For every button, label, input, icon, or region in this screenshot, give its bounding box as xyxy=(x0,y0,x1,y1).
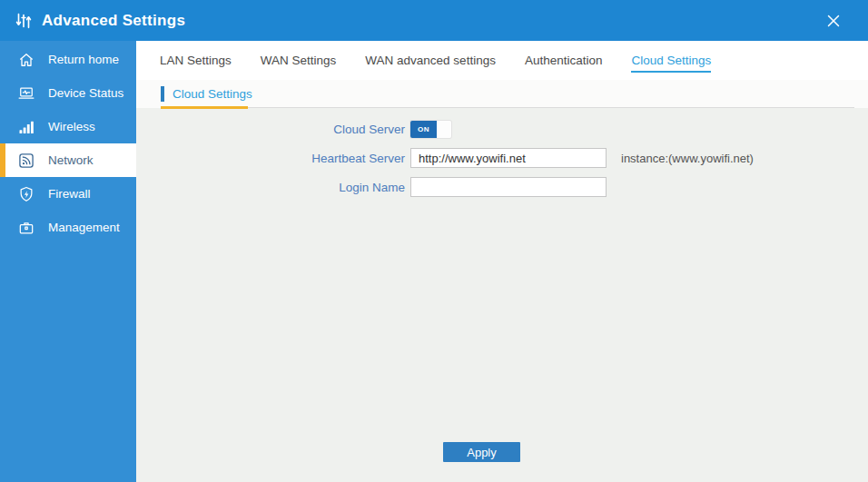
home-icon xyxy=(16,50,36,70)
cloud-server-row: Cloud Server ON xyxy=(136,119,868,139)
heartbeat-server-label: Heartbeat Server xyxy=(136,152,410,165)
section-divider xyxy=(161,107,854,108)
login-name-label: Login Name xyxy=(136,181,410,194)
cloud-server-toggle[interactable]: ON xyxy=(410,121,451,138)
sidebar-item-label: Return home xyxy=(48,53,119,66)
sidebar-item-device-status[interactable]: Device Status xyxy=(0,76,136,110)
sidebar-item-wireless[interactable]: Wireless xyxy=(0,110,136,143)
tab-authentication[interactable]: Authentication xyxy=(525,42,603,79)
window-header: Advanced Settings xyxy=(0,0,868,41)
sidebar-item-management[interactable]: Management xyxy=(0,211,136,244)
sliders-icon xyxy=(13,10,35,32)
advanced-settings-window: Advanced Settings Return home xyxy=(0,0,868,482)
tab-wan-settings[interactable]: WAN Settings xyxy=(261,42,337,79)
heartbeat-server-input[interactable] xyxy=(410,148,607,168)
network-icon xyxy=(16,151,36,171)
tab-lan-settings[interactable]: LAN Settings xyxy=(160,42,232,79)
tab-label: WAN advanced settings xyxy=(365,54,496,67)
firewall-shield-icon xyxy=(16,184,36,204)
cloud-settings-panel: Cloud Settings Cloud Server ON Heartbeat… xyxy=(136,80,868,482)
close-icon[interactable] xyxy=(821,8,846,34)
section-title: Cloud Settings xyxy=(173,87,252,101)
sidebar-item-firewall[interactable]: Firewall xyxy=(0,177,136,211)
tab-cloud-settings[interactable]: Cloud Settings xyxy=(631,42,711,79)
toggle-on-label: ON xyxy=(410,121,437,138)
wireless-signal-icon xyxy=(16,117,36,137)
active-tab-underline xyxy=(631,71,711,73)
section-accent-bar xyxy=(161,86,164,102)
login-name-row: Login Name xyxy=(136,177,868,197)
sidebar-item-label: Management xyxy=(48,221,120,234)
tab-label: WAN Settings xyxy=(261,54,337,67)
tab-label: LAN Settings xyxy=(160,54,232,67)
tab-label: Authentication xyxy=(525,54,603,67)
window-title: Advanced Settings xyxy=(42,12,185,30)
sidebar-nav: Return home Device Status xyxy=(0,41,136,482)
tab-label: Cloud Settings xyxy=(631,54,711,67)
toggle-knob xyxy=(437,121,451,138)
section-title-underline xyxy=(161,106,248,109)
sidebar-item-label: Wireless xyxy=(48,120,95,133)
tab-wan-advanced-settings[interactable]: WAN advanced settings xyxy=(365,42,496,79)
sidebar-item-network[interactable]: Network xyxy=(0,143,136,177)
cloud-settings-form: Cloud Server ON Heartbeat Server instanc… xyxy=(136,108,868,197)
sidebar-item-return-home[interactable]: Return home xyxy=(0,43,136,76)
sidebar-item-label: Firewall xyxy=(48,187,91,201)
sidebar-item-label: Network xyxy=(48,153,94,167)
device-status-icon xyxy=(16,84,36,103)
login-name-input[interactable] xyxy=(410,177,607,197)
settings-tabbar: LAN Settings WAN Settings WAN advanced s… xyxy=(136,41,868,80)
section-header: Cloud Settings xyxy=(136,80,868,108)
management-icon xyxy=(16,218,36,238)
cloud-server-label: Cloud Server xyxy=(136,123,410,136)
sidebar-item-label: Device Status xyxy=(48,86,123,100)
apply-button[interactable]: Apply xyxy=(443,442,520,462)
heartbeat-server-row: Heartbeat Server instance:(www.yowifi.ne… xyxy=(136,148,868,168)
heartbeat-server-hint: instance:(www.yowifi.net) xyxy=(621,152,754,165)
